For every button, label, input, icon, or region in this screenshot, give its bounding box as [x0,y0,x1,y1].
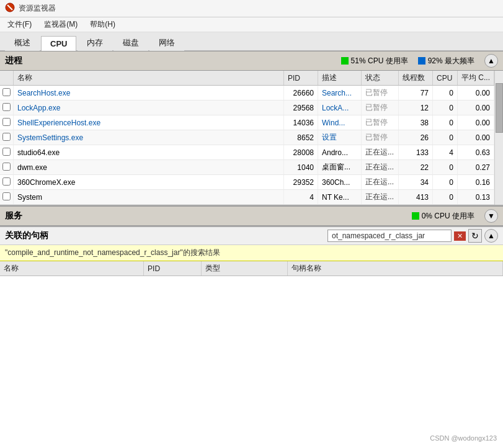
handles-col-header-handle-name[interactable]: 句柄名称 [287,261,502,276]
row-checkbox[interactable] [2,148,11,156]
col-header-desc[interactable]: 描述 [318,71,361,86]
col-header-pid[interactable]: PID [283,71,318,86]
services-cpu-indicator: 0% CPU 使用率 [412,211,474,222]
col-header-status[interactable]: 状态 [361,71,398,86]
tab-memory[interactable]: 内存 [78,34,112,51]
row-checkbox-cell [0,86,14,101]
row-checkbox[interactable] [2,103,11,111]
handles-col-header-name[interactable]: 名称 [0,261,144,276]
app-icon [5,2,15,14]
row-checkbox-cell [0,190,14,205]
services-green-square-icon [412,212,419,220]
handles-refresh-button[interactable]: ↻ [468,229,482,243]
row-name[interactable]: 360ChromeX.exe [14,175,284,190]
tab-disk[interactable]: 磁盘 [114,34,148,51]
handles-search-result-text: "compile_and_runtime_not_namespaced_r_cl… [5,248,220,257]
col-header-avgcpu[interactable]: 平均 C... [457,71,494,86]
row-avgcpu: 0.00 [457,86,494,101]
row-cpu: 0 [432,101,457,115]
row-pid: 14036 [283,115,318,130]
table-row: LockApp.exe 29568 LockA... 已暂停 12 0 0.00 [0,101,494,115]
row-threads: 413 [398,190,432,205]
handles-col-header-type[interactable]: 类型 [201,261,287,276]
row-name[interactable]: ShellExperienceHost.exe [14,115,284,130]
row-checkbox[interactable] [2,133,11,141]
row-pid: 29568 [283,101,318,115]
processes-info: 51% CPU 使用率 92% 最大频率 ▲ [341,54,498,68]
scrollbar-thumb[interactable] [496,83,503,133]
row-checkbox-cell [0,175,14,190]
row-status: 已暂停 [361,86,398,101]
row-pid: 4 [283,190,318,205]
row-checkbox[interactable] [2,177,11,186]
table-row: ShellExperienceHost.exe 14036 Wind... 已暂… [0,115,494,130]
row-avgcpu: 0.16 [457,175,494,190]
services-collapse-button[interactable]: ▼ [484,209,498,223]
col-header-cpu[interactable]: CPU [432,71,457,86]
handles-col-header-pid[interactable]: PID [144,261,202,276]
row-threads: 77 [398,86,432,101]
row-status: 正在运... [361,145,398,160]
menu-help[interactable]: 帮助(H) [87,18,118,31]
row-name[interactable]: studio64.exe [14,145,284,160]
row-checkbox[interactable] [2,88,11,96]
blue-square-icon [418,57,425,65]
row-name[interactable]: SearchHost.exe [14,86,284,101]
tab-cpu[interactable]: CPU [41,36,76,51]
green-square-icon [341,57,349,65]
cpu-usage-indicator: 51% CPU 使用率 [341,56,408,66]
processes-table-wrapper: 名称 PID 描述 状态 线程数 CPU 平均 C... SearchHost.… [0,71,503,205]
processes-table: 名称 PID 描述 状态 线程数 CPU 平均 C... SearchHost.… [0,71,494,205]
services-section: 服务 0% CPU 使用率 ▼ [0,205,503,226]
row-avgcpu: 0.00 [457,101,494,115]
row-threads: 34 [398,175,432,190]
col-header-name[interactable]: 名称 [14,71,284,86]
row-pid: 1040 [283,160,318,175]
tab-overview[interactable]: 概述 [5,34,40,51]
menu-monitor[interactable]: 监视器(M) [42,18,80,31]
row-name[interactable]: SystemSettings.exe [14,130,284,145]
row-status: 已暂停 [361,130,398,145]
row-checkbox-cell [0,145,14,160]
row-cpu: 0 [432,115,457,130]
processes-collapse-button[interactable]: ▲ [484,54,498,68]
title-bar: 资源监视器 [0,0,503,17]
row-name[interactable]: dwm.exe [14,160,284,175]
row-threads: 133 [398,145,432,160]
handles-search-clear-button[interactable]: ✕ [454,231,466,241]
row-cpu: 0 [432,130,457,145]
row-cpu: 0 [432,86,457,101]
row-checkbox[interactable] [2,163,11,171]
row-cpu: 4 [432,145,457,160]
row-checkbox-cell [0,101,14,115]
row-threads: 12 [398,101,432,115]
row-status: 正在运... [361,190,398,205]
menu-file[interactable]: 文件(F) [5,18,34,31]
row-name[interactable]: System [14,190,284,205]
row-desc: Andro... [318,145,361,160]
processes-section-header: 进程 51% CPU 使用率 92% 最大频率 ▲ [0,51,503,71]
tab-network[interactable]: 网络 [149,34,184,51]
row-threads: 22 [398,160,432,175]
row-checkbox[interactable] [2,118,11,126]
handles-search-input[interactable] [327,230,452,242]
row-cpu: 0 [432,175,457,190]
processes-title: 进程 [5,55,22,66]
col-header-threads[interactable]: 线程数 [398,71,432,86]
max-freq-indicator: 92% 最大频率 [418,56,474,66]
main-content: 进程 51% CPU 使用率 92% 最大频率 ▲ 名称 PID 描述 状态 [0,51,503,448]
table-row: dwm.exe 1040 桌面窗... 正在运... 22 0 0.27 [0,160,494,175]
col-header-check [0,71,14,86]
row-avgcpu: 0.00 [457,115,494,130]
row-status: 已暂停 [361,101,398,115]
table-row: SystemSettings.exe 8652 设置 已暂停 26 0 0.00 [0,130,494,145]
row-checkbox[interactable] [2,192,11,200]
scrollbar-track[interactable] [494,71,503,205]
row-avgcpu: 0.00 [457,130,494,145]
handles-title: 关联的句柄 [5,230,48,241]
handles-collapse-button[interactable]: ▲ [484,229,498,243]
cpu-usage-text: 51% CPU 使用率 [351,56,408,66]
row-checkbox-cell [0,160,14,175]
row-name[interactable]: LockApp.exe [14,101,284,115]
search-box-container: ✕ ↻ ▲ [327,229,498,243]
